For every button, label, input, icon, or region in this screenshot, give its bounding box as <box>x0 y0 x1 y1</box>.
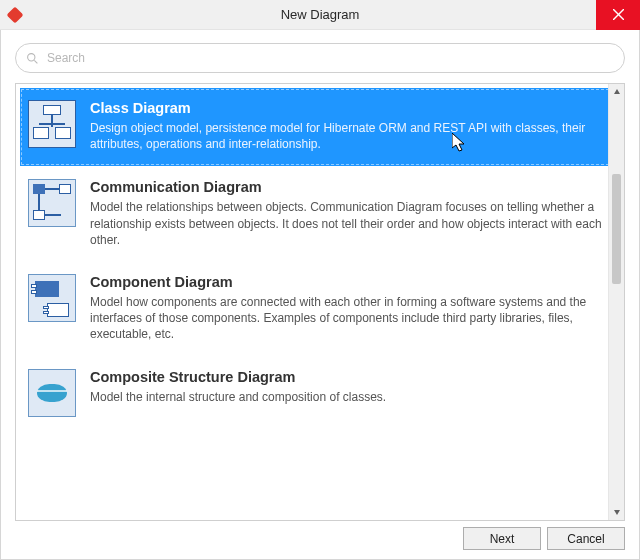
item-description: Model the internal structure and composi… <box>90 389 610 405</box>
svg-marker-4 <box>614 89 620 94</box>
composite-structure-diagram-icon <box>28 369 76 417</box>
item-description: Design object model, persistence model f… <box>90 120 610 152</box>
scroll-down-button[interactable] <box>609 504 624 520</box>
scrollbar[interactable] <box>608 84 624 520</box>
item-title: Component Diagram <box>90 274 610 290</box>
item-description: Model how components are connected with … <box>90 294 610 343</box>
next-button[interactable]: Next <box>463 527 541 550</box>
search-input[interactable] <box>45 50 614 66</box>
scroll-up-button[interactable] <box>609 84 624 100</box>
item-description: Model the relationships between objects.… <box>90 199 610 248</box>
search-box[interactable] <box>15 43 625 73</box>
item-title: Communication Diagram <box>90 179 610 195</box>
title-bar: New Diagram <box>0 0 640 30</box>
list-item[interactable]: Component Diagram Model how components a… <box>20 262 620 357</box>
window-title: New Diagram <box>0 7 640 22</box>
cancel-button[interactable]: Cancel <box>547 527 625 550</box>
diagram-list[interactable]: Class Diagram Design object model, persi… <box>16 84 624 520</box>
svg-line-3 <box>34 60 37 63</box>
list-item[interactable]: Class Diagram Design object model, persi… <box>20 88 620 166</box>
list-item[interactable]: Composite Structure Diagram Model the in… <box>20 357 620 431</box>
scroll-thumb[interactable] <box>612 174 621 284</box>
dialog-body: Class Diagram Design object model, persi… <box>0 30 640 560</box>
communication-diagram-icon <box>28 179 76 227</box>
class-diagram-icon <box>28 100 76 148</box>
item-title: Class Diagram <box>90 100 610 116</box>
component-diagram-icon <box>28 274 76 322</box>
svg-marker-5 <box>614 510 620 515</box>
list-item[interactable]: Communication Diagram Model the relation… <box>20 167 620 262</box>
dialog-footer: Next Cancel <box>463 527 625 550</box>
item-title: Composite Structure Diagram <box>90 369 610 385</box>
search-icon <box>26 52 39 65</box>
diagram-list-box: Class Diagram Design object model, persi… <box>15 83 625 521</box>
svg-point-2 <box>28 53 35 60</box>
